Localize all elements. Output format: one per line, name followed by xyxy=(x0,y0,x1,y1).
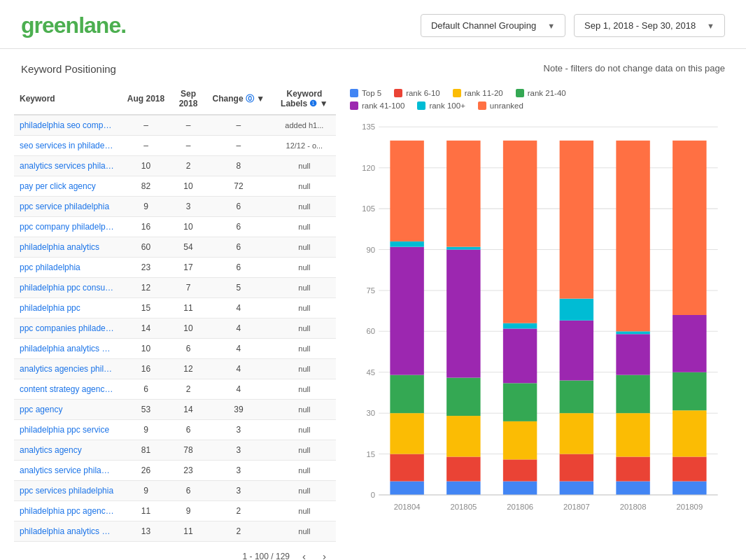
keyword-table: Keyword Aug 2018 Sep2018 Change ⓪ ▼ Keyw… xyxy=(14,82,336,542)
bar-segment xyxy=(560,299,593,321)
bar-segment xyxy=(446,378,480,416)
sep-cell: 6 xyxy=(172,339,204,359)
table-row: ppc agency 53 14 39 null xyxy=(14,400,336,420)
change-cell: 4 xyxy=(204,359,273,379)
keyword-cell[interactable]: ppc companies philadelp... xyxy=(14,318,120,339)
label-cell: null xyxy=(273,440,336,461)
change-cell: 4 xyxy=(204,318,273,339)
table-row: analytics agency 81 78 3 null xyxy=(14,440,336,461)
change-cell: 6 xyxy=(204,258,273,278)
bar-segment xyxy=(446,456,480,481)
label-cell: null xyxy=(273,339,336,359)
legend-dot xyxy=(478,102,486,110)
keyword-cell[interactable]: philadelphia analytics ser... xyxy=(14,339,120,359)
aug-cell: – xyxy=(120,136,172,156)
svg-text:135: 135 xyxy=(362,122,375,131)
bar-segment xyxy=(560,380,593,413)
bar-segment xyxy=(503,482,537,495)
keyword-cell[interactable]: analytics service philadel... xyxy=(14,461,120,481)
bar-segment xyxy=(560,321,593,381)
legend-label: rank 100+ xyxy=(429,102,465,110)
sep-cell: 10 xyxy=(172,217,204,237)
bar-segment xyxy=(390,241,423,247)
keyword-cell[interactable]: analytics services philade... xyxy=(14,156,120,176)
legend-label: rank 11-20 xyxy=(465,89,503,97)
sep-cell: – xyxy=(172,115,204,136)
chart-side: Top 5rank 6-10rank 11-20rank 21-40rank 4… xyxy=(343,82,732,560)
sep-cell: 2 xyxy=(172,156,204,176)
date-range-dropdown[interactable]: Sep 1, 2018 - Sep 30, 2018 ▼ xyxy=(574,14,725,37)
channel-grouping-label: Default Channel Grouping xyxy=(431,20,536,31)
table-row: philadelphia analytics 60 54 6 null xyxy=(14,237,336,258)
aug-cell: 10 xyxy=(120,339,172,359)
keyword-cell[interactable]: philadelphia analytics ag... xyxy=(14,522,120,542)
table-row: ppc service philadelphia 9 3 6 null xyxy=(14,197,336,217)
label-cell: null xyxy=(273,461,336,481)
legend-item: rank 41-100 xyxy=(350,102,404,110)
keyword-cell[interactable]: philadelphia seo company xyxy=(14,115,120,136)
bar-segment xyxy=(560,454,593,482)
keyword-cell[interactable]: analytics agencies philad... xyxy=(14,359,120,379)
aug-cell: 82 xyxy=(120,176,172,197)
keyword-cell[interactable]: pay per click agency xyxy=(14,176,120,197)
svg-text:0: 0 xyxy=(371,491,375,499)
change-cell: 6 xyxy=(204,197,273,217)
change-cell: 3 xyxy=(204,481,273,501)
table-row: content strategy agency ... 6 2 4 null xyxy=(14,379,336,400)
legend-dot xyxy=(350,102,358,110)
label-cell: null xyxy=(273,156,336,176)
table-row: philadelphia ppc 15 11 4 null xyxy=(14,298,336,318)
label-cell: null xyxy=(273,359,336,379)
bar-segment xyxy=(503,323,537,329)
label-cell: null xyxy=(273,420,336,440)
bar-segment xyxy=(446,141,480,247)
bar-segment xyxy=(560,141,593,299)
keyword-cell[interactable]: philadelphia ppc consult... xyxy=(14,278,120,298)
col-change: Change ⓪ ▼ xyxy=(204,82,273,115)
x-axis-label: 201806 xyxy=(507,503,533,511)
keyword-cell[interactable]: ppc philadelphia xyxy=(14,258,120,278)
bar-segment xyxy=(673,315,706,372)
keyword-cell[interactable]: philadelphia ppc xyxy=(14,298,120,318)
keyword-cell[interactable]: seo services in philadelph... xyxy=(14,136,120,156)
sep-cell: 14 xyxy=(172,400,204,420)
keyword-cell[interactable]: ppc services philadelphia xyxy=(14,481,120,501)
keyword-cell[interactable]: philadelphia analytics xyxy=(14,237,120,258)
legend-item: rank 21-40 xyxy=(516,89,566,97)
keyword-cell[interactable]: ppc agency xyxy=(14,400,120,420)
table-row: ppc services philadelphia 9 6 3 null xyxy=(14,481,336,501)
keyword-cell[interactable]: content strategy agency ... xyxy=(14,379,120,400)
label-cell: null xyxy=(273,217,336,237)
keyword-cell[interactable]: philadelphia ppc service xyxy=(14,420,120,440)
aug-cell: 23 xyxy=(120,258,172,278)
table-row: seo services in philadelph... – – – 12/1… xyxy=(14,136,336,156)
legend-dot xyxy=(453,89,461,97)
table-row: philadelphia analytics ser... 10 6 4 nul… xyxy=(14,339,336,359)
aug-cell: 26 xyxy=(120,461,172,481)
pagination-next-button[interactable]: › xyxy=(318,549,330,560)
svg-text:45: 45 xyxy=(366,368,375,377)
keyword-cell[interactable]: ppc service philadelphia xyxy=(14,197,120,217)
table-row: pay per click agency 82 10 72 null xyxy=(14,176,336,197)
legend-label: Top 5 xyxy=(362,89,381,97)
bar-segment xyxy=(616,482,649,495)
keyword-cell[interactable]: philadelphia ppc agencies xyxy=(14,501,120,522)
keyword-cell[interactable]: analytics agency xyxy=(14,440,120,461)
keyword-cell[interactable]: ppc company philadelphia xyxy=(14,217,120,237)
table-row: philadelphia ppc agencies 11 9 2 null xyxy=(14,501,336,522)
aug-cell: 60 xyxy=(120,237,172,258)
bar-segment xyxy=(616,413,649,456)
pagination-prev-button[interactable]: ‹ xyxy=(298,549,310,560)
label-cell: null xyxy=(273,379,336,400)
channel-grouping-dropdown[interactable]: Default Channel Grouping ▼ xyxy=(421,14,565,37)
svg-text:105: 105 xyxy=(362,204,375,213)
bar-segment xyxy=(390,141,423,241)
change-cell: 72 xyxy=(204,176,273,197)
pagination-info: 1 - 100 / 129 xyxy=(243,552,290,561)
table-row: philadelphia seo company – – – added h1.… xyxy=(14,115,336,136)
svg-text:15: 15 xyxy=(366,450,375,458)
label-cell: null xyxy=(273,318,336,339)
label-cell: null xyxy=(273,176,336,197)
svg-text:90: 90 xyxy=(366,246,375,254)
bar-segment xyxy=(390,413,423,454)
